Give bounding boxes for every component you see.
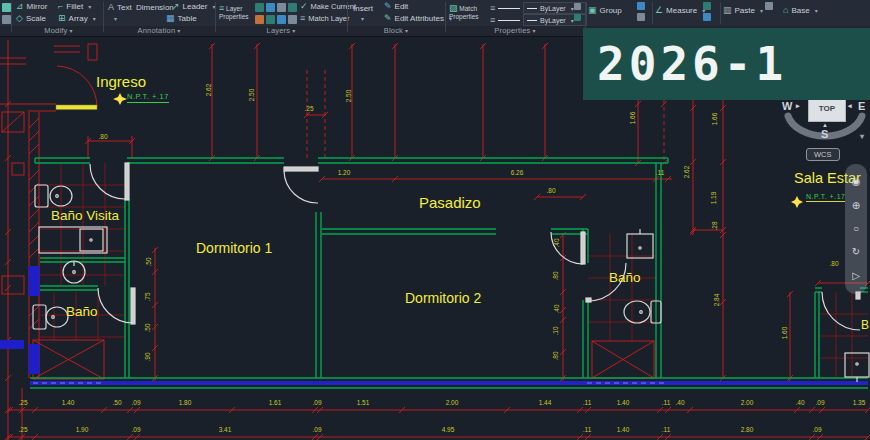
mirror-icon: ⊿ xyxy=(16,2,24,11)
edit-button[interactable]: ✎Edit xyxy=(384,2,408,11)
base-icon: ⌂ xyxy=(783,6,788,15)
insert-dropdown[interactable]: ▾ xyxy=(359,15,364,22)
paste-button[interactable]: ▥Paste▾ xyxy=(723,6,763,15)
group-tool-icon[interactable] xyxy=(637,2,645,10)
navwheel-icon[interactable]: ◉ xyxy=(852,177,861,187)
match-layer-button[interactable]: ≡Match Layer xyxy=(300,14,350,23)
layer-tool-icon[interactable] xyxy=(277,15,286,24)
cropped-icon[interactable] xyxy=(574,14,581,21)
leader-button[interactable]: ↗Leader▾ xyxy=(172,2,215,11)
mirror-button[interactable]: ⊿Mirror xyxy=(16,2,47,11)
measure-tool-icon[interactable] xyxy=(703,2,711,10)
match-properties-button[interactable]: ▨ Match Properties xyxy=(449,4,485,20)
array-icon: ⊞ xyxy=(58,14,66,23)
panel-annotation: AText ▾ Dimension ↗Leader▾ ▦Table Annota… xyxy=(103,0,215,36)
line-sample-icon: ≡ xyxy=(490,4,520,13)
layer-tool-icon[interactable] xyxy=(288,3,297,12)
insert-button[interactable]: Insert xyxy=(353,4,373,13)
group-tool-icon[interactable] xyxy=(637,13,645,21)
table-button[interactable]: ▦Table xyxy=(166,14,197,23)
group-button[interactable]: ▣Group xyxy=(588,6,622,15)
panel-label-layers[interactable]: Layers▾ xyxy=(215,26,347,35)
cropped-icon[interactable] xyxy=(574,3,581,10)
match-layer-icon: ≡ xyxy=(300,14,305,23)
panel-label-annotation[interactable]: Annotation▾ xyxy=(103,26,215,35)
array-button[interactable]: ⊞Array▾ xyxy=(58,14,96,23)
zoom-icon[interactable]: ○ xyxy=(853,224,859,234)
showmotion-icon[interactable]: ▷ xyxy=(852,271,860,281)
measure-icon: ∠ xyxy=(655,6,663,15)
banner-text: 2026-1 xyxy=(583,37,787,91)
orbit-icon[interactable]: ↻ xyxy=(852,247,860,257)
group-icon: ▣ xyxy=(588,6,597,15)
measure-tool-icon[interactable] xyxy=(703,13,711,21)
measure-button[interactable]: ∠Measure▾ xyxy=(655,6,705,15)
pan-icon[interactable]: ⊕ xyxy=(852,201,860,211)
panel-properties: ▨ Match Properties ≡ ByLayer▾ ≡ ByLayer▾… xyxy=(445,0,585,36)
paste-icon: ▥ xyxy=(723,6,732,15)
text-dropdown[interactable]: ▾ xyxy=(112,15,117,22)
viewcube-south[interactable]: S xyxy=(821,128,828,140)
navigation-bar[interactable]: ◉ ⊕ ○ ↻ ▷ xyxy=(845,164,867,294)
cropped-icon[interactable] xyxy=(2,3,11,12)
dimension-button[interactable]: Dimension xyxy=(136,3,174,12)
leader-icon: ↗ xyxy=(172,2,180,11)
scale-button[interactable]: ◇Scale xyxy=(16,14,46,23)
session-banner: 2026-1 xyxy=(583,28,870,100)
viewcube: W ▸ TOP ◂ E ▲ S ▾ WCS xyxy=(780,92,870,170)
layer-tool-icon[interactable] xyxy=(266,15,275,24)
panel-layers: ≡ Layer Properties ✓Make Current ≡Match … xyxy=(215,0,347,36)
fillet-button[interactable]: ⌐Fillet▾ xyxy=(58,2,91,11)
wcs-selector[interactable]: WCS xyxy=(806,148,840,161)
level-marker-icon xyxy=(113,93,127,105)
fixtures xyxy=(33,163,869,382)
match-properties-icon: ▨ xyxy=(449,3,458,13)
fillet-icon: ⌐ xyxy=(58,2,63,11)
layer-properties-icon: ≡ xyxy=(219,3,224,13)
layer-tool-icon[interactable] xyxy=(266,3,275,12)
base-button[interactable]: ⌂Base▾ xyxy=(783,6,818,15)
viewcube-menu-icon[interactable]: ▾ xyxy=(860,132,864,141)
layer-tool-icon[interactable] xyxy=(255,3,264,12)
layer-tool-icon[interactable] xyxy=(255,15,264,24)
dimension-lines xyxy=(0,40,870,440)
window-lines xyxy=(0,266,868,383)
text-icon: A xyxy=(108,3,114,12)
layer-tool-icon[interactable] xyxy=(277,3,286,12)
layer-tool-icon[interactable] xyxy=(288,15,297,24)
paste-tool-icon[interactable] xyxy=(765,2,773,10)
panel-block: Insert ▾ ✎Edit ✎Edit Attributes▾ Block▾ xyxy=(347,0,445,36)
cropped-icon[interactable] xyxy=(2,15,11,24)
text-button[interactable]: AText xyxy=(108,3,132,12)
scale-icon: ◇ xyxy=(16,14,23,23)
level-marker-icon xyxy=(791,196,803,208)
panel-label-block[interactable]: Block▾ xyxy=(347,26,445,35)
make-current-icon: ✓ xyxy=(300,2,308,11)
line-sample-icon: ≡ xyxy=(490,16,520,25)
tile-grids xyxy=(40,163,868,378)
walls xyxy=(30,158,868,388)
layer-properties-button[interactable]: ≡ Layer Properties xyxy=(219,4,251,20)
edit-attributes-icon: ✎ xyxy=(384,14,392,23)
panel-label-properties[interactable]: Properties▾ xyxy=(445,26,585,35)
edit-icon: ✎ xyxy=(384,2,392,11)
panel-modify: ⊿Mirror ⌐Fillet▾ ◇Scale ⊞Array▾ Modify▾ xyxy=(14,0,103,36)
table-icon: ▦ xyxy=(166,14,175,23)
panel-label-modify[interactable]: Modify▾ xyxy=(14,26,103,35)
autocad-window: IngresoBaño VisitaDormitorio 1PasadizoDo… xyxy=(0,0,870,440)
edit-attributes-button[interactable]: ✎Edit Attributes▾ xyxy=(384,14,452,23)
